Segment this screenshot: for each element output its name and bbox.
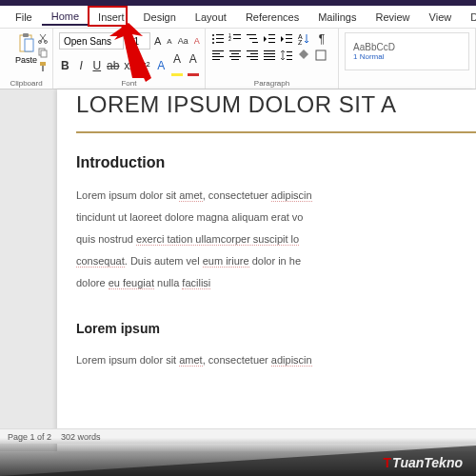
- svg-rect-1: [23, 33, 29, 37]
- svg-rect-48: [287, 59, 292, 60]
- align-left-icon[interactable]: [211, 49, 225, 62]
- italic-button[interactable]: I: [75, 59, 88, 72]
- svg-rect-38: [247, 50, 258, 51]
- borders-icon[interactable]: [314, 49, 327, 62]
- svg-rect-16: [233, 34, 241, 35]
- text-effects-icon[interactable]: A: [155, 59, 168, 72]
- svg-rect-40: [247, 56, 258, 57]
- svg-rect-46: [287, 51, 292, 52]
- superscript-button[interactable]: x²: [139, 59, 151, 72]
- svg-rect-42: [264, 50, 275, 51]
- highlight-button[interactable]: A: [171, 52, 184, 79]
- style-normal[interactable]: AaBbCcD 1 Normal: [345, 32, 469, 70]
- svg-rect-18: [233, 38, 241, 39]
- bold-button[interactable]: B: [59, 59, 71, 72]
- paragraph-label: Paragraph: [206, 79, 338, 88]
- svg-rect-32: [212, 56, 224, 57]
- strike-button[interactable]: ab: [107, 59, 119, 72]
- svg-rect-26: [286, 38, 292, 39]
- svg-point-9: [212, 34, 214, 36]
- change-case-icon[interactable]: Aa: [176, 36, 190, 46]
- menu-home[interactable]: Home: [42, 9, 89, 26]
- svg-rect-39: [250, 53, 258, 54]
- svg-rect-37: [231, 59, 239, 60]
- format-painter-icon[interactable]: [37, 61, 49, 72]
- align-center-icon[interactable]: [228, 49, 242, 62]
- menu-layout[interactable]: Layout: [186, 10, 236, 25]
- shrink-font-icon[interactable]: A: [165, 37, 173, 46]
- svg-rect-21: [252, 42, 258, 43]
- svg-rect-47: [287, 55, 292, 56]
- underline-button[interactable]: U: [90, 59, 103, 72]
- paragraph-group: 12 AZ ¶ Paragraph: [206, 29, 339, 89]
- svg-rect-23: [268, 38, 275, 39]
- svg-rect-22: [268, 34, 275, 35]
- title-divider: [76, 131, 476, 133]
- multilevel-icon[interactable]: [246, 32, 259, 46]
- justify-icon[interactable]: [263, 49, 276, 62]
- grow-font-icon[interactable]: A: [152, 35, 163, 47]
- menu-review[interactable]: Review: [367, 10, 420, 25]
- svg-rect-45: [264, 59, 275, 60]
- subscript-button[interactable]: x₂: [123, 59, 135, 72]
- decrease-indent-icon[interactable]: [263, 32, 276, 46]
- watermark: TTuanTekno: [0, 438, 476, 476]
- document-page[interactable]: LOREM IPSUM DOLOR SIT A Introduction Lor…: [57, 89, 476, 451]
- svg-point-13: [212, 42, 214, 44]
- menu-mailings[interactable]: Mailings: [308, 10, 366, 25]
- paste-icon: [17, 32, 36, 55]
- styles-group: AaBbCcD 1 Normal: [339, 29, 476, 89]
- svg-rect-19: [247, 34, 256, 35]
- svg-rect-33: [212, 59, 220, 60]
- numbering-icon[interactable]: 12: [228, 32, 242, 46]
- align-right-icon[interactable]: [246, 49, 259, 62]
- svg-rect-20: [249, 38, 257, 39]
- svg-rect-25: [286, 34, 292, 35]
- increase-indent-icon[interactable]: [280, 32, 293, 46]
- menu-bar: File Home Insert Design Layout Reference…: [0, 6, 476, 29]
- font-name-select[interactable]: [59, 32, 124, 50]
- svg-rect-10: [216, 34, 224, 35]
- document-area: LOREM IPSUM DOLOR SIT A Introduction Lor…: [0, 89, 476, 451]
- svg-rect-36: [229, 56, 241, 57]
- body-paragraph-1: Lorem ipsum dolor sit amet, consectetuer…: [76, 185, 476, 294]
- sort-icon[interactable]: AZ: [297, 32, 310, 46]
- clipboard-group: Paste Clipboard: [0, 29, 53, 89]
- svg-rect-41: [250, 59, 258, 60]
- font-color-button[interactable]: A: [187, 52, 199, 79]
- svg-rect-44: [264, 56, 275, 57]
- copy-icon[interactable]: [37, 47, 49, 58]
- line-spacing-icon[interactable]: [280, 49, 293, 62]
- svg-rect-14: [216, 42, 224, 43]
- svg-rect-7: [40, 62, 46, 66]
- svg-rect-27: [286, 42, 292, 43]
- menu-developer[interactable]: Develo: [461, 10, 476, 25]
- menu-view[interactable]: View: [420, 10, 462, 25]
- menu-insert[interactable]: Insert: [89, 10, 134, 25]
- shading-icon[interactable]: [297, 49, 310, 62]
- show-marks-icon[interactable]: ¶: [314, 32, 329, 46]
- clipboard-label: Clipboard: [0, 79, 52, 88]
- svg-text:Z: Z: [298, 39, 303, 46]
- heading-lorem: Lorem ipsum: [76, 321, 476, 336]
- font-size-select[interactable]: [126, 32, 150, 50]
- svg-rect-12: [216, 38, 224, 39]
- menu-design[interactable]: Design: [134, 10, 186, 25]
- menu-file[interactable]: File: [6, 10, 42, 25]
- heading-introduction: Introduction: [76, 154, 476, 171]
- menu-references[interactable]: References: [236, 10, 308, 25]
- page-gutter: [0, 89, 57, 451]
- body-paragraph-2: Lorem ipsum dolor sit amet, consectetuer…: [76, 349, 476, 371]
- style-name: 1 Normal: [353, 52, 461, 61]
- style-preview: AaBbCcD: [353, 42, 461, 52]
- clear-format-icon[interactable]: A: [192, 36, 202, 46]
- svg-rect-2: [25, 39, 33, 51]
- svg-rect-43: [264, 53, 275, 54]
- cut-icon[interactable]: [37, 32, 49, 44]
- svg-rect-8: [42, 66, 44, 71]
- bullets-icon[interactable]: [211, 32, 225, 46]
- svg-rect-30: [212, 50, 224, 51]
- document-title: LOREM IPSUM DOLOR SIT A: [76, 91, 476, 118]
- svg-rect-49: [316, 50, 326, 60]
- svg-point-11: [212, 38, 214, 40]
